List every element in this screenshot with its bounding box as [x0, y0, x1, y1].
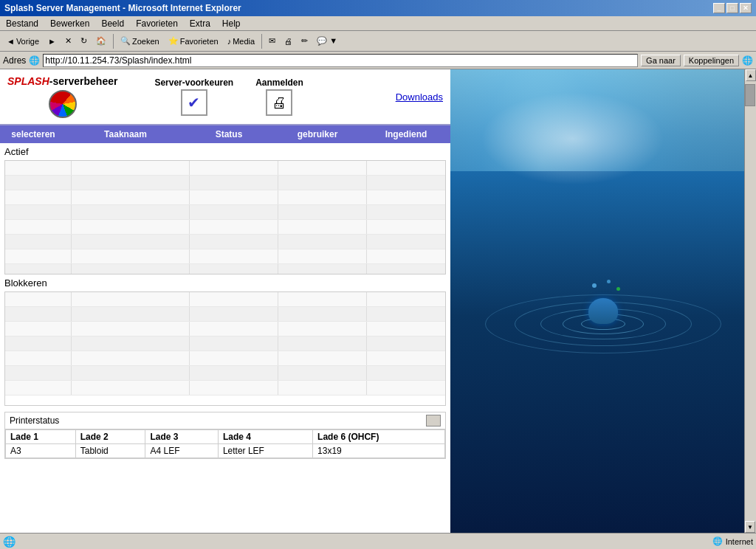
menu-beeld[interactable]: Beeld [98, 18, 127, 30]
col-taaknaam: Taaknaam [66, 129, 185, 139]
col-status: Status [185, 129, 273, 139]
downloads-link[interactable]: Downloads [396, 89, 443, 103]
table-row [5, 366, 445, 381]
print-button[interactable]: 🖨 [281, 33, 296, 49]
globe-icon: 🌐 [29, 55, 40, 66]
table-row [5, 307, 445, 322]
status-icon: 🌐 [3, 536, 16, 548]
menu-extra[interactable]: Extra [187, 18, 213, 30]
actief-table[interactable] [4, 160, 446, 274]
refresh-button[interactable]: ↻ [77, 33, 91, 49]
mail-button[interactable]: ✉ [265, 33, 279, 49]
content-area[interactable]: selecteren Taaknaam Status gebruiker Ing… [0, 125, 450, 533]
downloads-area: Downloads [396, 92, 443, 103]
table-header: selecteren Taaknaam Status gebruiker Ing… [0, 125, 450, 143]
printer-table: Lade 1 Lade 2 Lade 3 Lade 4 Lade 6 (OHCF… [5, 429, 445, 458]
scrollbar-thumb[interactable] [745, 84, 755, 106]
scrollbar-down[interactable]: ▼ [745, 521, 755, 533]
menu-bewerken[interactable]: Bewerken [47, 18, 92, 30]
statusbar: 🌐 🌐 Internet [0, 533, 756, 549]
table-row [5, 249, 445, 264]
right-scrollbar[interactable]: ▲ ▼ [744, 69, 756, 533]
edit-button[interactable]: ✏ [298, 33, 312, 49]
droplet-green [616, 287, 620, 291]
droplet-1 [592, 283, 597, 288]
toolbar: ◄ Vorige ► ✕ ↻ 🏠 🔍 Zoeken ⭐ Favorieten ♪… [0, 31, 756, 52]
spinner-icon [49, 90, 77, 118]
printer-title: Printerstatus [10, 415, 59, 426]
separator-2 [261, 34, 262, 49]
menu-bestand[interactable]: Bestand [3, 18, 41, 30]
table-row [5, 190, 445, 205]
actief-table-inner[interactable] [5, 161, 445, 274]
cloud-highlight [481, 92, 664, 185]
addressbar: Adres 🌐 Ga naar Koppelingen 🌐 [0, 52, 756, 69]
links-button[interactable]: Koppelingen [684, 55, 739, 66]
blokkeren-table-inner[interactable] [5, 292, 445, 405]
aanmelden-icon[interactable]: 🖨 [266, 89, 292, 116]
table-row [5, 176, 445, 190]
ie-icon: 🌐 [742, 55, 753, 66]
scrollbar-up[interactable]: ▲ [746, 69, 756, 81]
water-drop-image: ▲ ▼ [450, 69, 756, 533]
forward-button[interactable]: ► [44, 33, 60, 49]
menu-help[interactable]: Help [219, 18, 244, 30]
nav-icons-area: Server-voorkeuren ✔ Aanmelden 🖨 [154, 77, 303, 116]
printer-title-row: Printerstatus [5, 412, 445, 429]
table-row [5, 351, 445, 366]
printer-col-lade6: Lade 6 (OHCF) [313, 430, 445, 444]
home-button[interactable]: 🏠 [92, 33, 110, 49]
statusbar-zone: 🌐 Internet [712, 536, 753, 546]
stop-button[interactable]: ✕ [61, 33, 75, 49]
separator-1 [113, 34, 114, 49]
brand-rest: -serverbeheer [49, 75, 118, 87]
printer-col-lade2: Lade 2 [75, 430, 145, 444]
table-row [5, 235, 445, 249]
server-voorkeuren-icon[interactable]: ✔ [181, 89, 207, 116]
address-input[interactable] [43, 54, 638, 67]
table-row [5, 336, 445, 351]
col-ingediend: Ingediend [362, 129, 450, 139]
table-row [5, 264, 445, 274]
brand-title: SPLASH-serverbeheer [7, 75, 117, 87]
printer-col-lade1: Lade 1 [6, 430, 76, 444]
media-button[interactable]: ♪ Media [224, 33, 258, 49]
table-row [5, 381, 445, 396]
menubar: Bestand Bewerken Beeld Favorieten Extra … [0, 16, 756, 31]
zone-icon: 🌐 [712, 536, 723, 546]
printer-val-lade6: 13x19 [313, 444, 445, 458]
close-button[interactable]: ✕ [740, 3, 752, 13]
table-row [5, 220, 445, 235]
restore-button[interactable]: □ [726, 3, 738, 13]
col-selecteren: selecteren [0, 129, 66, 139]
printer-section: Printerstatus Lade 1 Lade 2 Lade 3 Lade … [4, 412, 446, 459]
back-button[interactable]: ◄ Vorige [3, 33, 43, 49]
zone-label: Internet [726, 537, 753, 546]
table-row [5, 322, 445, 336]
address-label: Adres [3, 55, 26, 66]
water-crown [588, 298, 618, 324]
table-row [5, 161, 445, 176]
brand-icon-wrap [7, 90, 117, 118]
printer-col-lade3: Lade 3 [145, 430, 218, 444]
splash-text: SPLASH [7, 75, 49, 87]
menu-favorieten[interactable]: Favorieten [133, 18, 181, 30]
server-voorkeuren-nav[interactable]: Server-voorkeuren ✔ [154, 77, 233, 116]
minimize-button[interactable]: _ [713, 3, 725, 13]
droplet-2 [607, 280, 611, 283]
col-gebruiker: gebruiker [273, 129, 362, 139]
search-button[interactable]: 🔍 Zoeken [117, 33, 163, 49]
printer-button[interactable] [426, 415, 441, 427]
printer-val-lade4: Letter LEF [218, 444, 312, 458]
go-button[interactable]: Ga naar [641, 55, 681, 66]
main-container: SPLASH-serverbeheer Server-voorkeuren ✔ … [0, 69, 756, 533]
titlebar: Splash Server Management - Microsoft Int… [0, 0, 756, 16]
blokkeren-table[interactable] [4, 291, 446, 406]
table-row [5, 205, 445, 220]
actief-label: Actief [0, 143, 450, 160]
discuss-button[interactable]: 💬 ▼ [313, 33, 341, 49]
favorites-button[interactable]: ⭐ Favorieten [165, 33, 222, 49]
printer-val-lade1: A3 [6, 444, 76, 458]
aanmelden-nav[interactable]: Aanmelden 🖨 [255, 77, 303, 116]
titlebar-buttons[interactable]: _ □ ✕ [713, 3, 752, 13]
